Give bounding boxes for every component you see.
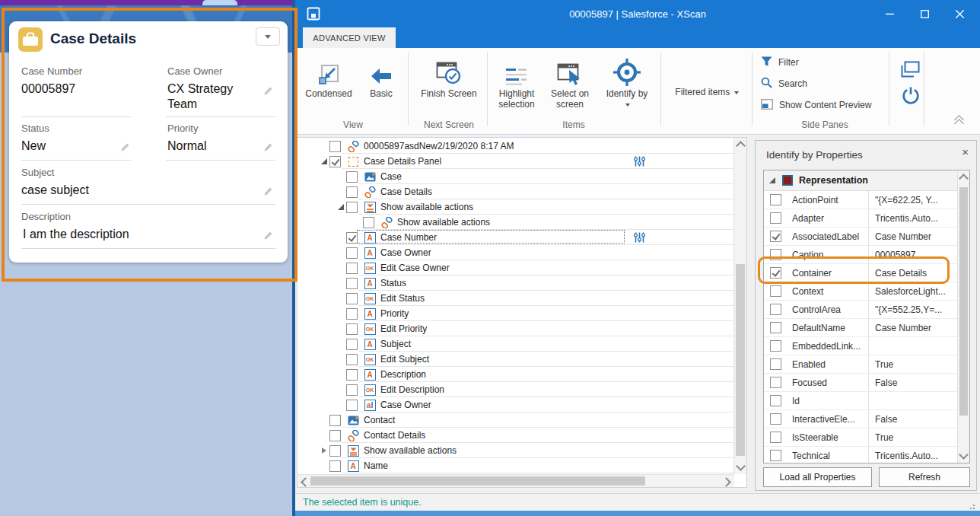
tree-checkbox[interactable] xyxy=(346,232,358,244)
tree-row-label[interactable]: Status xyxy=(380,278,406,288)
tree-row-label[interactable]: Show available actions xyxy=(397,217,490,228)
tree-row[interactable]: AStatus xyxy=(298,276,733,291)
scroll-down-icon[interactable] xyxy=(959,450,969,460)
tree-row[interactable]: ACase Owner xyxy=(298,245,733,260)
refresh-button[interactable]: Refresh xyxy=(879,467,970,487)
group-row-representation[interactable]: Representation xyxy=(764,170,969,191)
power-icon[interactable] xyxy=(901,86,921,109)
tree-row-label[interactable]: Show available actions xyxy=(380,202,473,212)
tree-row-label[interactable]: Priority xyxy=(380,308,409,319)
titlebar[interactable]: 00005897 | Salesforce - XScan xyxy=(295,0,980,27)
property-checkbox[interactable] xyxy=(770,358,781,370)
tree-row-label[interactable]: Description xyxy=(380,369,426,380)
property-row[interactable]: TechnicalTricentis.Auto... xyxy=(764,447,969,463)
property-value[interactable]: True xyxy=(868,355,969,373)
property-row[interactable]: ContainerCase Details xyxy=(764,264,969,282)
tab-advanced-view[interactable]: ADVANCED VIEW xyxy=(303,27,396,48)
tree-checkbox[interactable] xyxy=(346,339,358,350)
tree-checkbox[interactable] xyxy=(346,354,358,365)
scroll-up-icon[interactable] xyxy=(736,141,746,151)
side-panes-icon[interactable] xyxy=(899,60,921,81)
expander-open-icon[interactable] xyxy=(767,175,778,186)
tree-row-label[interactable]: Show available actions xyxy=(364,445,457,456)
edit-pencil-icon[interactable] xyxy=(263,230,273,244)
tree-checkbox[interactable] xyxy=(346,369,358,381)
tree-row-label[interactable]: Name xyxy=(364,460,388,471)
expander-closed-icon[interactable] xyxy=(319,445,329,456)
property-value[interactable]: 00005897 xyxy=(868,246,969,263)
property-value[interactable]: Case Details xyxy=(868,264,969,282)
property-row[interactable]: InteractiveEle...False xyxy=(764,410,969,428)
collapse-ribbon-icon[interactable] xyxy=(954,116,966,127)
card-menu-button[interactable] xyxy=(256,27,280,46)
scrollbar-thumb[interactable] xyxy=(959,187,968,416)
close-button[interactable] xyxy=(942,0,977,27)
property-row[interactable]: AdapterTricentis.Auto... xyxy=(764,209,969,228)
tree-row-label[interactable]: Contact xyxy=(364,415,395,425)
property-value[interactable] xyxy=(868,337,969,355)
tree-row-label[interactable]: Case Details Panel xyxy=(364,156,441,167)
property-checkbox[interactable] xyxy=(770,450,781,461)
edit-pencil-icon[interactable] xyxy=(263,186,273,199)
tree-checkbox[interactable] xyxy=(346,400,358,411)
property-row[interactable]: FocusedFalse xyxy=(764,374,969,392)
property-checkbox[interactable] xyxy=(770,395,781,406)
property-checkbox[interactable] xyxy=(770,231,781,242)
tree-row-label[interactable]: Edit Status xyxy=(380,293,425,304)
tree-row-label[interactable]: Case Owner xyxy=(380,247,431,258)
tree-row[interactable]: OKEdit Description xyxy=(298,382,733,397)
tree-row-label[interactable]: Case Details xyxy=(380,186,432,197)
scroll-right-icon[interactable] xyxy=(721,477,731,487)
tree-checkbox[interactable] xyxy=(346,171,358,183)
property-row[interactable]: EnabledTrue xyxy=(764,355,969,374)
property-value[interactable]: Case Number xyxy=(868,319,969,336)
select-on-screen-button[interactable]: Select on screen xyxy=(545,56,595,110)
tree-row[interactable]: Show available actions xyxy=(298,199,733,215)
tree-row-label[interactable]: Edit Priority xyxy=(380,323,427,334)
property-row[interactable]: AssociatedLabelCase Number xyxy=(764,228,969,246)
sliders-icon[interactable] xyxy=(634,232,645,245)
tree-vertical-scrollbar[interactable] xyxy=(733,138,746,474)
filter-button[interactable]: Filter xyxy=(761,54,890,71)
property-checkbox[interactable] xyxy=(770,304,781,315)
search-button[interactable]: Search xyxy=(761,75,890,92)
tree-checkbox[interactable] xyxy=(346,384,358,396)
filtered-items-button[interactable]: Filtered items xyxy=(674,84,740,97)
property-value[interactable] xyxy=(868,392,969,409)
basic-button[interactable]: Basic xyxy=(359,56,403,99)
tree-row-label[interactable]: Case xyxy=(380,171,402,182)
scrollbar-thumb[interactable] xyxy=(310,476,645,486)
property-row[interactable]: ControlArea"{X=552.25,Y=... xyxy=(764,301,969,319)
tree-checkbox[interactable] xyxy=(346,308,358,320)
tree-row-label[interactable]: Edit Description xyxy=(380,384,444,395)
tree-row-label[interactable]: Edit Subject xyxy=(380,354,429,365)
tree-row[interactable]: APriority xyxy=(298,306,733,321)
property-value[interactable]: False xyxy=(868,374,969,391)
tree-checkbox[interactable] xyxy=(329,460,341,472)
tree-row[interactable]: OKEdit Status xyxy=(298,291,733,306)
scroll-down-icon[interactable] xyxy=(736,461,746,471)
property-checkbox[interactable] xyxy=(770,212,781,224)
property-checkbox[interactable] xyxy=(770,413,781,425)
tree-row[interactable]: Case Details Panel xyxy=(298,154,733,169)
tree-checkbox[interactable] xyxy=(329,430,341,441)
property-checkbox[interactable] xyxy=(770,340,781,352)
identify-by-button[interactable]: Identify by xyxy=(598,56,656,110)
property-value[interactable]: "{X=622.25, Y... xyxy=(868,191,969,209)
property-checkbox[interactable] xyxy=(770,194,781,205)
tree-horizontal-scrollbar[interactable] xyxy=(298,474,734,487)
tree-checkbox[interactable] xyxy=(346,263,358,274)
show-content-preview-button[interactable]: Show Content Preview xyxy=(761,97,890,113)
load-all-properties-button[interactable]: Load all Properties xyxy=(763,467,872,487)
tree-row[interactable]: ADescription xyxy=(298,367,733,382)
tree-row[interactable]: Contact xyxy=(298,412,733,428)
tree-checkbox[interactable] xyxy=(363,217,374,228)
property-row[interactable]: ActionPoint"{X=622.25, Y... xyxy=(764,191,969,209)
highlight-selection-button[interactable]: Highlight selection xyxy=(492,56,542,110)
finish-screen-button[interactable]: Finish Screen xyxy=(415,56,482,99)
tree-checkbox[interactable] xyxy=(329,141,341,152)
tree-row[interactable]: aICase Owner xyxy=(298,397,733,412)
expander-open-icon[interactable] xyxy=(336,202,346,212)
condensed-button[interactable]: Condensed xyxy=(300,56,358,99)
tree-checkbox[interactable] xyxy=(346,186,358,198)
